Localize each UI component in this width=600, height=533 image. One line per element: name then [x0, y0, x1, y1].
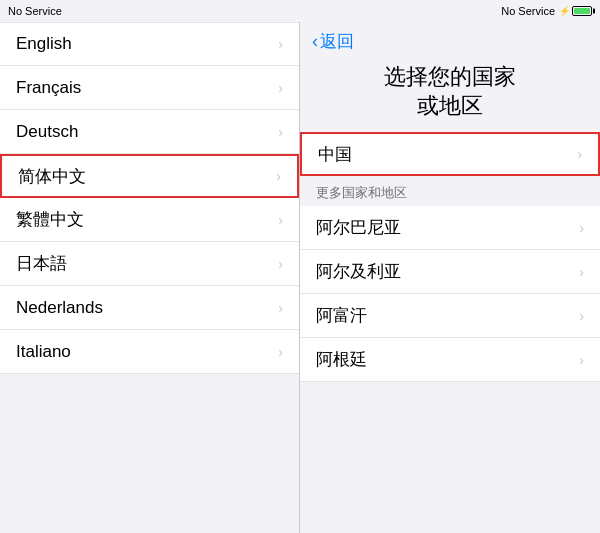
status-right: No Service ⚡: [501, 5, 592, 17]
country-item-algeria[interactable]: 阿尔及利亚 ›: [300, 250, 600, 294]
country-chevron-argentina: ›: [579, 352, 584, 368]
country-chevron-algeria: ›: [579, 264, 584, 280]
language-label-deutsch: Deutsch: [16, 122, 78, 142]
main-content: English › Français › Deutsch › 简体中文 › 繁體…: [0, 22, 600, 533]
featured-country-item[interactable]: 中国 ›: [300, 132, 600, 176]
language-item-italian[interactable]: Italiano ›: [0, 330, 299, 374]
battery-fill: [574, 8, 590, 14]
country-chevron-afghanistan: ›: [579, 308, 584, 324]
chevron-icon-traditional-chinese: ›: [278, 212, 283, 228]
chevron-icon-dutch: ›: [278, 300, 283, 316]
country-item-albania[interactable]: 阿尔巴尼亚 ›: [300, 206, 600, 250]
left-panel: English › Français › Deutsch › 简体中文 › 繁體…: [0, 22, 300, 533]
language-list: English › Français › Deutsch › 简体中文 › 繁體…: [0, 22, 299, 533]
country-list: 中国 › 更多国家和地区 阿尔巴尼亚 › 阿尔及利亚 › 阿富汗 › 阿根廷 ›: [300, 132, 600, 533]
language-item-simplified-chinese[interactable]: 简体中文 ›: [0, 154, 299, 198]
country-label-argentina: 阿根廷: [316, 348, 367, 371]
back-chevron-icon: ‹: [312, 31, 318, 52]
language-item-japanese[interactable]: 日本語 ›: [0, 242, 299, 286]
lightning-icon: ⚡: [559, 6, 570, 16]
language-item-dutch[interactable]: Nederlands ›: [0, 286, 299, 330]
language-item-francais[interactable]: Français ›: [0, 66, 299, 110]
language-item-deutsch[interactable]: Deutsch ›: [0, 110, 299, 154]
right-panel: ‹ 返回 选择您的国家或地区 中国 › 更多国家和地区 阿尔巴尼亚 › 阿尔及利…: [300, 22, 600, 533]
chevron-icon-english: ›: [278, 36, 283, 52]
back-label: 返回: [320, 30, 354, 53]
status-bar: No Service No Service ⚡: [0, 0, 600, 22]
chevron-icon-francais: ›: [278, 80, 283, 96]
language-label-japanese: 日本語: [16, 252, 67, 275]
chevron-icon-deutsch: ›: [278, 124, 283, 140]
language-label-english: English: [16, 34, 72, 54]
language-item-english[interactable]: English ›: [0, 22, 299, 66]
language-item-traditional-chinese[interactable]: 繁體中文 ›: [0, 198, 299, 242]
right-service-label: No Service: [501, 5, 555, 17]
country-label-algeria: 阿尔及利亚: [316, 260, 401, 283]
language-label-dutch: Nederlands: [16, 298, 103, 318]
page-title: 选择您的国家或地区: [300, 57, 600, 132]
language-label-francais: Français: [16, 78, 81, 98]
country-item-argentina[interactable]: 阿根廷 ›: [300, 338, 600, 382]
language-label-simplified-chinese: 简体中文: [18, 165, 86, 188]
left-service-label: No Service: [8, 5, 62, 17]
language-label-italian: Italiano: [16, 342, 71, 362]
more-countries-header: 更多国家和地区: [300, 176, 600, 206]
country-label-albania: 阿尔巴尼亚: [316, 216, 401, 239]
country-label-afghanistan: 阿富汗: [316, 304, 367, 327]
chevron-icon-italian: ›: [278, 344, 283, 360]
chevron-icon-japanese: ›: [278, 256, 283, 272]
chevron-icon-simplified-chinese: ›: [276, 168, 281, 184]
language-label-traditional-chinese: 繁體中文: [16, 208, 84, 231]
battery-body: [572, 6, 592, 16]
country-chevron-albania: ›: [579, 220, 584, 236]
featured-country-label: 中国: [318, 143, 352, 166]
featured-chevron-icon: ›: [577, 146, 582, 162]
battery-icon: ⚡: [559, 6, 592, 16]
country-item-afghanistan[interactable]: 阿富汗 ›: [300, 294, 600, 338]
back-nav[interactable]: ‹ 返回: [300, 22, 600, 57]
status-left: No Service: [8, 5, 62, 17]
